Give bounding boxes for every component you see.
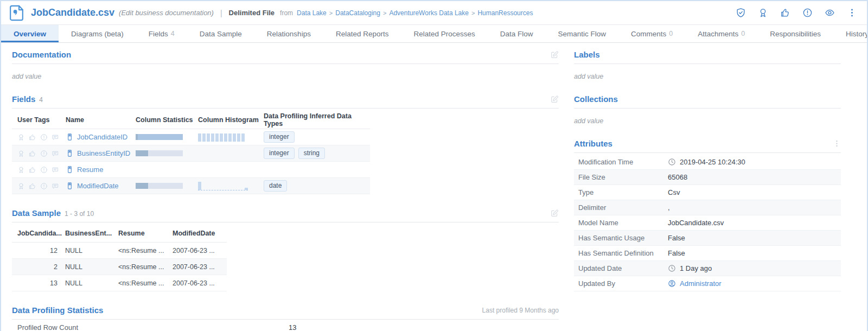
attribute-row-updated-by: Updated ByAdministrator (574, 276, 841, 291)
sample-cell: <ns:Resume ... (118, 247, 173, 254)
statistics-bar (136, 150, 183, 156)
histogram-bar (228, 133, 232, 142)
kebab-icon[interactable] (847, 8, 857, 18)
attribute-row-modification-time: Modification Time2019-04-25 10:24:30 (574, 155, 841, 170)
collections-placeholder[interactable]: add value (574, 117, 841, 125)
bar-segment (148, 183, 183, 189)
data-sample-header: Data Sample 1 - 3 of 10 (12, 208, 559, 222)
tab-semantic-flow[interactable]: Semantic Flow (546, 25, 619, 42)
comment-icon[interactable] (52, 150, 59, 157)
documentation-placeholder[interactable]: add value (12, 73, 559, 80)
tab-related-reports[interactable]: Related Reports (323, 25, 401, 42)
field-name-link[interactable]: Resume (77, 166, 103, 174)
alert-circle-icon[interactable] (40, 150, 48, 157)
column-header-user-tags: User Tags (17, 116, 66, 124)
edit-icon[interactable] (550, 209, 559, 218)
page-title: JobCandidate.csv (31, 7, 114, 18)
certification-icon[interactable] (758, 8, 768, 18)
thumbs-up-icon[interactable] (780, 8, 790, 18)
breadcrumb-link-adventureworks-data-lake[interactable]: AdventureWorks Data Lake (389, 9, 469, 17)
tab-comments[interactable]: Comments0 (618, 25, 685, 42)
tab-history[interactable]: History0 (833, 25, 868, 42)
breadcrumb-link-datacataloging[interactable]: DataCataloging (335, 9, 380, 17)
entity-header: JobCandidate.csv (Edit business document… (1, 1, 867, 25)
edit-documentation-link[interactable]: (Edit business documentation) (119, 9, 214, 17)
thumbs-up-icon[interactable] (29, 133, 36, 141)
tab-relationships[interactable]: Relationships (254, 25, 323, 42)
sample-cell: 2007-06-23 ... (173, 279, 227, 287)
field-name-cell: JobCandidateID (66, 133, 136, 141)
alert-circle-icon[interactable] (40, 166, 48, 174)
profiling-title: Data Profiling Statistics (12, 305, 103, 315)
tab-count: 0 (669, 30, 673, 37)
histogram-bar (202, 133, 206, 142)
breadcrumb-separator: > (471, 10, 475, 16)
clock-icon (668, 158, 676, 166)
column-header-name: Name (66, 116, 136, 124)
sample-cell: 2007-06-23 ... (173, 247, 227, 254)
comment-icon[interactable] (52, 133, 59, 141)
documentation-header: Documentation (12, 50, 559, 64)
attributes-table: Modification Time2019-04-25 10:24:30File… (574, 155, 841, 291)
shield-check-icon[interactable] (736, 8, 746, 18)
certification-icon[interactable] (17, 182, 25, 190)
attribute-value: Csv (668, 188, 841, 196)
tab-attachments[interactable]: Attachments0 (685, 25, 757, 42)
column-icon (66, 133, 74, 141)
thumbs-up-icon[interactable] (29, 182, 36, 190)
breadcrumb-link-data-lake[interactable]: Data Lake (297, 9, 327, 17)
field-name-link[interactable]: BusinessEntityID (77, 149, 130, 157)
comment-icon[interactable] (52, 166, 59, 174)
tab-responsibilities[interactable]: Responsibilities (757, 25, 833, 42)
tab-related-processes[interactable]: Related Processes (401, 25, 487, 42)
breadcrumb-separator: > (329, 10, 333, 16)
alert-circle-icon[interactable] (40, 182, 48, 190)
tab-overview[interactable]: Overview (1, 25, 59, 42)
sample-row: 13NULL<ns:Resume ...2007-06-23 ... (12, 275, 227, 291)
field-name-link[interactable]: ModifiedDate (77, 182, 119, 190)
eye-icon[interactable] (825, 8, 835, 18)
bar-segment (136, 183, 148, 189)
tab-data-sample[interactable]: Data Sample (187, 25, 254, 42)
attributes-header: Attributes (574, 139, 841, 153)
attribute-value-text: False (668, 234, 685, 242)
tab-label: Overview (14, 30, 46, 38)
profiling-section: Data Profiling Statistics Last profiled … (12, 305, 559, 331)
tab-count: 0 (741, 30, 745, 37)
histogram (198, 133, 248, 142)
field-name-link[interactable]: JobCandidateID (77, 133, 127, 141)
tab-label: Data Flow (500, 30, 533, 38)
labels-placeholder[interactable]: add value (574, 73, 841, 80)
certification-icon[interactable] (17, 166, 25, 174)
tab-data-flow[interactable]: Data Flow (488, 25, 546, 42)
field-row-businessentityid: BusinessEntityIDintegerstring (12, 145, 370, 162)
alert-circle-icon[interactable] (802, 8, 813, 18)
edit-icon[interactable] (550, 50, 559, 59)
edit-icon[interactable] (550, 95, 559, 104)
certification-icon[interactable] (17, 133, 25, 141)
profiling-stat-label: Profiled Row Count (17, 323, 289, 331)
comment-icon[interactable] (52, 182, 59, 190)
histogram-bar (198, 133, 201, 142)
column-histogram-cell (198, 182, 264, 190)
user-tags (17, 166, 66, 174)
tab-diagrams-beta[interactable]: Diagrams (beta) (59, 25, 136, 42)
tab-fields[interactable]: Fields4 (136, 25, 187, 42)
delimited-file-icon (9, 4, 24, 22)
sample-cell: 12 (17, 247, 65, 254)
breadcrumb-link-humanressources[interactable]: HumanRessources (477, 9, 533, 17)
attribute-value-text: , (668, 203, 670, 212)
attribute-value-link[interactable]: Administrator (680, 279, 722, 288)
kebab-menu-icon[interactable] (833, 139, 841, 148)
sample-cell: NULL (65, 263, 118, 271)
clock-icon (668, 264, 676, 272)
bar-segment (138, 134, 183, 140)
attributes-title: Attributes (574, 139, 612, 148)
field-name-cell: Resume (66, 166, 136, 174)
thumbs-up-icon[interactable] (29, 150, 36, 157)
certification-icon[interactable] (17, 150, 25, 157)
sample-cell: NULL (65, 279, 118, 287)
header-separator: | (220, 9, 222, 17)
alert-circle-icon[interactable] (40, 133, 48, 141)
thumbs-up-icon[interactable] (29, 166, 36, 174)
